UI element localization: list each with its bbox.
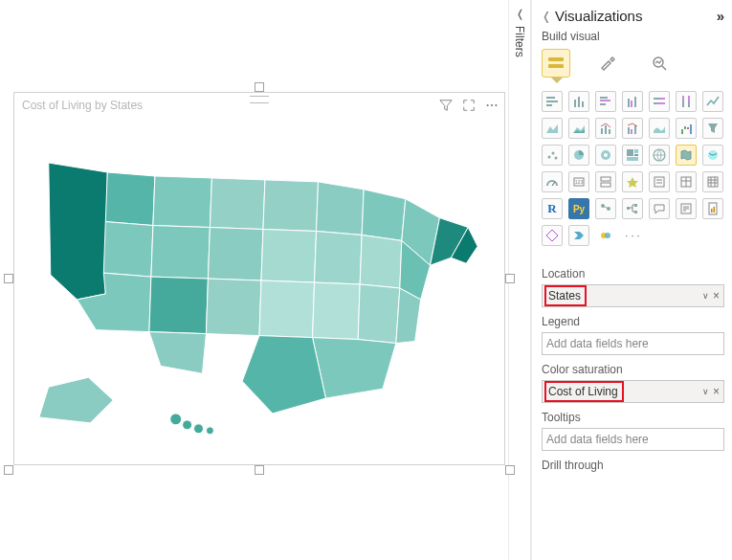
hundred-stacked-bar-icon[interactable] bbox=[649, 91, 670, 112]
svg-point-0 bbox=[487, 104, 489, 106]
scatter-icon[interactable] bbox=[542, 145, 563, 166]
report-canvas[interactable]: Cost of Living by States bbox=[0, 0, 508, 560]
svg-rect-72 bbox=[634, 204, 637, 207]
analytics-tab[interactable] bbox=[645, 49, 674, 78]
card-icon[interactable]: 123 bbox=[568, 171, 589, 192]
ribbon-chart-icon[interactable] bbox=[649, 118, 670, 139]
stacked-bar-icon[interactable] bbox=[542, 91, 563, 112]
remove-field-icon[interactable]: × bbox=[713, 289, 720, 302]
pane-subtitle: Build visual bbox=[542, 30, 724, 43]
stacked-column-icon[interactable] bbox=[568, 91, 589, 112]
r-visual-icon[interactable]: R bbox=[542, 198, 563, 219]
svg-rect-29 bbox=[688, 96, 690, 102]
focus-mode-icon[interactable] bbox=[460, 97, 477, 114]
saturation-well[interactable]: Cost of Living ∨ × bbox=[542, 380, 724, 403]
svg-point-3 bbox=[170, 414, 182, 425]
map-icon[interactable] bbox=[649, 145, 670, 166]
tooltips-placeholder: Add data fields here bbox=[546, 433, 649, 446]
power-apps-icon[interactable] bbox=[542, 225, 563, 246]
paginated-report-icon[interactable] bbox=[702, 198, 723, 219]
svg-rect-11 bbox=[546, 101, 558, 102]
visual-title: Cost of Living by States bbox=[22, 99, 143, 112]
svg-line-52 bbox=[552, 182, 555, 186]
svg-rect-79 bbox=[711, 209, 713, 213]
svg-point-5 bbox=[194, 424, 204, 434]
svg-rect-31 bbox=[605, 125, 607, 134]
area-chart-icon[interactable] bbox=[542, 118, 563, 139]
chevron-left-icon[interactable]: ❬ bbox=[516, 8, 524, 20]
azure-map-icon[interactable] bbox=[702, 145, 723, 166]
drag-handle-icon[interactable] bbox=[250, 96, 269, 103]
clustered-column-icon[interactable] bbox=[622, 91, 643, 112]
svg-rect-23 bbox=[660, 98, 665, 100]
resize-handle[interactable] bbox=[4, 465, 13, 475]
gauge-icon[interactable] bbox=[542, 171, 563, 192]
donut-icon[interactable] bbox=[595, 145, 616, 166]
kpi-icon[interactable] bbox=[622, 171, 643, 192]
resize-handle[interactable] bbox=[255, 465, 264, 475]
svg-rect-57 bbox=[654, 177, 664, 187]
clustered-bar-icon[interactable] bbox=[595, 91, 616, 112]
filter-icon[interactable] bbox=[437, 97, 455, 114]
stacked-area-icon[interactable] bbox=[568, 118, 589, 139]
svg-rect-36 bbox=[681, 129, 683, 134]
funnel-icon[interactable] bbox=[702, 118, 723, 139]
resize-handle[interactable] bbox=[255, 82, 264, 92]
pie-icon[interactable] bbox=[568, 145, 589, 166]
chevron-down-icon[interactable]: ∨ bbox=[702, 291, 709, 301]
svg-rect-12 bbox=[546, 104, 552, 106]
more-options-icon[interactable] bbox=[483, 97, 500, 114]
line-clustered-column-icon[interactable] bbox=[622, 118, 643, 139]
legend-well[interactable]: Add data fields here bbox=[542, 332, 724, 355]
svg-rect-48 bbox=[634, 154, 638, 156]
filters-pane-collapsed[interactable]: ❬ Filters bbox=[508, 0, 531, 560]
matrix-icon[interactable] bbox=[702, 171, 723, 192]
location-well[interactable]: States ∨ × bbox=[542, 284, 724, 307]
remove-field-icon[interactable]: × bbox=[713, 385, 720, 398]
chevron-left-icon[interactable]: ❬ bbox=[542, 10, 551, 23]
power-automate-icon[interactable] bbox=[568, 225, 589, 246]
filled-map-icon[interactable] bbox=[676, 145, 697, 166]
svg-rect-35 bbox=[634, 125, 636, 134]
location-label: Location bbox=[542, 267, 724, 280]
svg-point-1 bbox=[491, 104, 493, 106]
python-visual-icon[interactable]: Py bbox=[568, 198, 589, 219]
resize-handle[interactable] bbox=[4, 274, 13, 283]
svg-rect-27 bbox=[682, 96, 684, 101]
multi-row-card-icon[interactable] bbox=[595, 171, 616, 192]
build-visual-tab[interactable] bbox=[542, 49, 570, 78]
svg-rect-21 bbox=[634, 97, 636, 107]
hundred-stacked-column-icon[interactable] bbox=[676, 91, 697, 112]
table-icon[interactable] bbox=[676, 171, 697, 192]
svg-point-4 bbox=[183, 420, 192, 430]
smart-narrative-icon[interactable] bbox=[676, 198, 697, 219]
svg-point-2 bbox=[495, 104, 497, 106]
waterfall-icon[interactable] bbox=[676, 118, 697, 139]
filled-map-visual[interactable] bbox=[22, 122, 497, 457]
key-influencers-icon[interactable] bbox=[595, 198, 616, 219]
slicer-icon[interactable] bbox=[649, 171, 670, 192]
svg-rect-13 bbox=[574, 100, 576, 107]
get-more-visuals-icon[interactable] bbox=[595, 225, 616, 246]
svg-rect-14 bbox=[578, 97, 580, 107]
more-visuals-menu[interactable]: · · · bbox=[622, 225, 643, 246]
treemap-icon[interactable] bbox=[622, 145, 643, 166]
saturation-field-pill[interactable]: Cost of Living bbox=[546, 383, 622, 400]
svg-rect-63 bbox=[708, 177, 718, 187]
line-chart-icon[interactable] bbox=[702, 91, 723, 112]
tooltips-well[interactable]: Add data fields here bbox=[542, 428, 724, 451]
line-stacked-column-icon[interactable] bbox=[595, 118, 616, 139]
filters-label: Filters bbox=[513, 26, 526, 57]
legend-label: Legend bbox=[542, 315, 724, 328]
decomposition-tree-icon[interactable] bbox=[622, 198, 643, 219]
chevron-down-icon[interactable]: ∨ bbox=[702, 387, 709, 396]
location-field-pill[interactable]: States bbox=[546, 287, 585, 304]
svg-rect-25 bbox=[657, 102, 665, 104]
svg-rect-19 bbox=[628, 99, 630, 107]
svg-rect-32 bbox=[609, 129, 610, 134]
svg-rect-80 bbox=[714, 207, 716, 213]
map-visual-container[interactable]: Cost of Living by States bbox=[13, 92, 505, 465]
expand-icon[interactable]: » bbox=[717, 8, 724, 24]
qa-visual-icon[interactable] bbox=[649, 198, 670, 219]
format-visual-tab[interactable] bbox=[593, 49, 622, 78]
